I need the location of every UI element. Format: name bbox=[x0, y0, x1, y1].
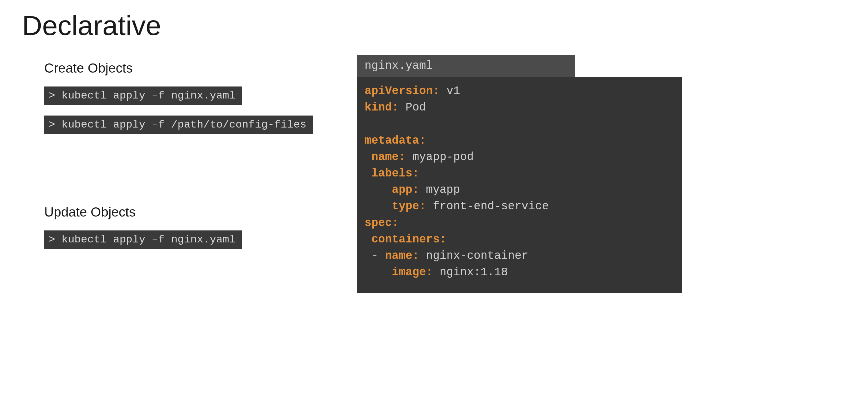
yaml-val-image: nginx:1.18 bbox=[433, 266, 508, 279]
yaml-key-type: type: bbox=[392, 200, 426, 213]
left-column: Create Objects > kubectl apply –f nginx.… bbox=[19, 61, 313, 260]
yaml-val-apiversion: v1 bbox=[440, 85, 460, 98]
yaml-val-name: myapp-pod bbox=[406, 151, 474, 164]
slide-title: Declarative bbox=[22, 9, 849, 42]
yaml-key-app: app: bbox=[392, 184, 419, 196]
create-cmd-1: > kubectl apply –f nginx.yaml bbox=[44, 87, 242, 105]
create-cmd-2: > kubectl apply –f /path/to/config-files bbox=[44, 115, 313, 134]
yaml-key-apiversion: apiVersion: bbox=[365, 85, 440, 98]
yaml-key-kind: kind: bbox=[365, 101, 399, 114]
create-objects-heading: Create Objects bbox=[44, 61, 313, 76]
yaml-key-image: image: bbox=[392, 266, 433, 279]
update-cmd-1: > kubectl apply –f nginx.yaml bbox=[44, 230, 242, 249]
yaml-val-kind: Pod bbox=[399, 101, 426, 114]
yaml-key-spec: spec: bbox=[365, 217, 399, 230]
yaml-panel: nginx.yaml apiVersion: v1 kind: Pod meta… bbox=[357, 55, 682, 293]
yaml-val-cname: nginx-container bbox=[419, 250, 528, 262]
yaml-key-labels: labels: bbox=[371, 167, 419, 180]
yaml-key-containers: containers: bbox=[371, 233, 446, 246]
yaml-key-name: name: bbox=[371, 151, 406, 164]
create-objects-section: Create Objects > kubectl apply –f nginx.… bbox=[44, 61, 313, 144]
update-objects-heading: Update Objects bbox=[44, 205, 313, 220]
yaml-body: apiVersion: v1 kind: Pod metadata: name:… bbox=[357, 77, 682, 293]
update-objects-section: Update Objects > kubectl apply –f nginx.… bbox=[44, 205, 313, 260]
yaml-val-type: front-end-service bbox=[426, 200, 549, 213]
yaml-filename-tab: nginx.yaml bbox=[357, 55, 575, 77]
yaml-val-app: myapp bbox=[419, 184, 460, 196]
yaml-dash: - bbox=[371, 250, 385, 262]
yaml-key-cname: name: bbox=[385, 250, 419, 262]
yaml-key-metadata: metadata: bbox=[365, 134, 426, 147]
content-row: Create Objects > kubectl apply –f nginx.… bbox=[19, 61, 849, 293]
